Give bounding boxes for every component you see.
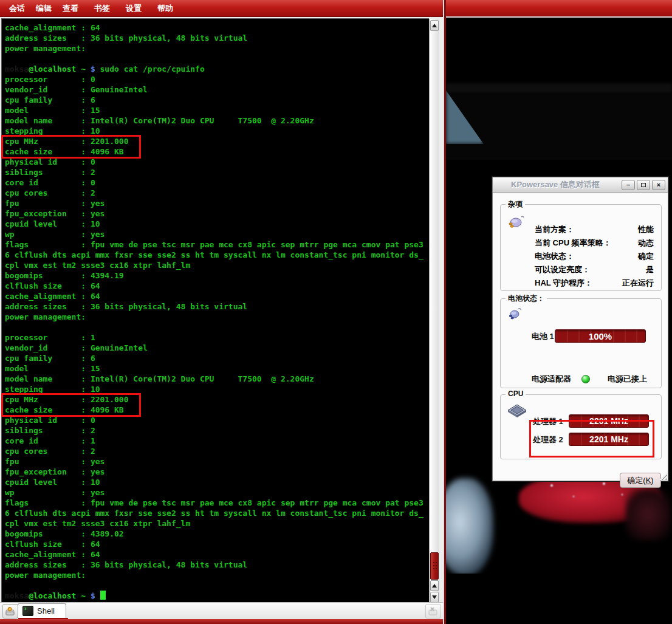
dialog-title: KPowersave 信息对话框: [493, 179, 622, 190]
video-letterbox: [446, 574, 672, 624]
misc-info-list: 当前方案： 性能 当前 CPU 频率策略： 动态 电池状态： 确定 可以设定亮度…: [501, 223, 661, 290]
info-row-hal: HAL 守护程序： 正在运行: [501, 276, 661, 290]
minimize-icon: –: [626, 182, 630, 188]
menu-session[interactable]: 会话: [4, 0, 30, 16]
ok-accel-key: K: [646, 476, 651, 485]
close-session-icon: [428, 606, 439, 616]
info-row-cpu-policy: 当前 CPU 频率策略： 动态: [501, 236, 661, 250]
group-misc: 杂项 当前方案： 性能 当前 CPU 频率策略： 动态 电池状态：: [500, 204, 662, 291]
adapter-led-icon: [581, 375, 590, 383]
info-row-scheme: 当前方案： 性能: [501, 223, 661, 236]
group-battery-legend: 电池状态：: [506, 293, 547, 304]
video-dark-band: [446, 83, 672, 93]
info-label: 当前方案：: [535, 224, 574, 235]
battery-plug-icon: [507, 306, 523, 322]
battery-label: 电池 1: [532, 331, 554, 342]
cpu-chip-icon: [507, 403, 527, 419]
group-cpu-legend: CPU: [506, 389, 526, 398]
close-icon: ×: [657, 182, 660, 188]
terminal-screen[interactable]: cache_alignment : 64address sizes : 36 b…: [1, 18, 429, 602]
menu-settings[interactable]: 设置: [120, 0, 147, 16]
info-row-brightness: 可以设定亮度： 是: [501, 263, 661, 276]
highlight-box-cpu0-mhz: [1, 135, 141, 159]
terminal-scrollbar[interactable]: [429, 19, 439, 602]
menu-view[interactable]: 查看: [57, 0, 84, 16]
info-value: 确定: [638, 251, 654, 262]
info-value: 动态: [638, 238, 654, 249]
battery-progressbar: 100%: [555, 329, 646, 343]
ok-label-close: ): [651, 476, 653, 485]
dialog-body: 杂项 当前方案： 性能 当前 CPU 频率策略： 动态 电池状态：: [493, 192, 668, 481]
close-session-button[interactable]: [425, 604, 441, 619]
info-value: 是: [646, 264, 654, 275]
video-titlebar[interactable]: [446, 0, 672, 18]
info-label: 当前 CPU 频率策略：: [535, 238, 611, 249]
window-bottom-border: [0, 619, 444, 624]
highlight-box-processors: [529, 420, 654, 458]
ok-label: 确定(: [627, 475, 645, 486]
maximize-button[interactable]: [637, 180, 650, 190]
info-label: HAL 守护程序：: [535, 278, 592, 289]
dialog-titlebar[interactable]: KPowersave 信息对话框 – ×: [493, 177, 668, 193]
close-button[interactable]: ×: [652, 180, 665, 190]
video-blue-shape: [446, 89, 484, 144]
video-dark-red-shape: [625, 489, 671, 540]
info-value: 正在运行: [622, 278, 654, 289]
new-session-button[interactable]: [2, 604, 18, 619]
menu-bookmarks[interactable]: 书签: [89, 0, 115, 16]
konsole-window: 会话 编辑 查看 书签 设置 帮助 cache_alignment : 64ad…: [0, 0, 444, 624]
info-value: 性能: [638, 224, 654, 235]
kpowersave-dialog: KPowersave 信息对话框 – × 杂项 当前方案： 性能: [492, 177, 668, 481]
highlight-box-cpu1-mhz: [1, 393, 141, 417]
info-row-battery-state: 电池状态： 确定: [501, 250, 661, 263]
tab-shell[interactable]: Shell: [18, 603, 66, 618]
scroll-down-icon[interactable]: [430, 592, 439, 603]
scrollbar-grip: [433, 561, 437, 570]
scroll-up2-icon[interactable]: [430, 580, 439, 591]
shell-tab-icon: [22, 606, 33, 616]
menu-help[interactable]: 帮助: [152, 0, 179, 16]
video-blue-fabric: [446, 478, 493, 575]
info-label: 电池状态：: [535, 251, 574, 262]
info-label: 可以设定亮度：: [535, 264, 590, 275]
scrollbar-thumb[interactable]: [430, 552, 439, 580]
scroll-up-icon[interactable]: [430, 20, 439, 31]
group-battery: 电池状态： 电池 1 100% 电源适配器 电源已接上: [500, 298, 662, 388]
video-dim-region: [446, 93, 672, 160]
group-misc-legend: 杂项: [506, 199, 525, 210]
shell-tab-label: Shell: [37, 606, 55, 615]
menu-edit[interactable]: 编辑: [30, 0, 57, 16]
adapter-label: 电源适配器: [532, 374, 571, 385]
adapter-status: 电源已接上: [608, 374, 647, 385]
minimize-button[interactable]: –: [622, 180, 635, 190]
battery-percent-text: 100%: [589, 331, 612, 341]
new-session-icon: [5, 606, 16, 616]
menu-bar: 会话 编辑 查看 书签 设置 帮助: [0, 0, 444, 17]
maximize-icon: [641, 183, 646, 187]
terminal-text: cache_alignment : 64address sizes : 36 b…: [5, 22, 429, 601]
session-tab-bar: Shell: [0, 602, 444, 619]
ok-button[interactable]: 确定(K): [620, 473, 661, 488]
